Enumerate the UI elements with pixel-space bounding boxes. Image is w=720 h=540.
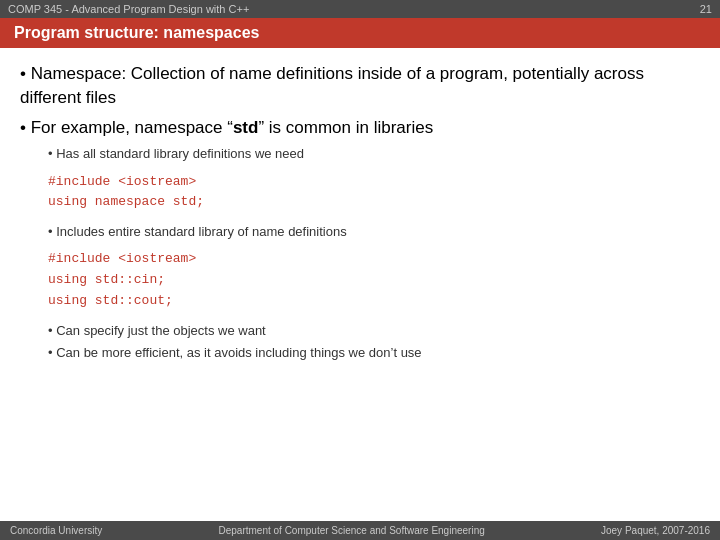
footer-right: Joey Paquet, 2007-2016 xyxy=(601,525,710,536)
slide-title: Program structure: namespaces xyxy=(0,18,720,48)
slide-content: • Namespace: Collection of name definiti… xyxy=(0,48,720,374)
bullet-example: • For example, namespace “std” is common… xyxy=(20,116,700,140)
bullet1-text: Namespace: Collection of name definition… xyxy=(20,64,644,107)
sub-bullet-3: • Can specify just the objects we want xyxy=(48,322,700,340)
std-keyword: std xyxy=(233,118,259,137)
code-block-2: #include <iostream> using std::cin; usin… xyxy=(48,249,700,311)
footer: Concordia University Department of Compu… xyxy=(0,521,720,540)
top-bar: COMP 345 - Advanced Program Design with … xyxy=(0,0,720,18)
code1-line1: #include <iostream> xyxy=(48,172,700,193)
bullet2-after: ” is common in libraries xyxy=(258,118,433,137)
code2-line2: using std::cin; xyxy=(48,270,700,291)
sub-bullet-2: • Includes entire standard library of na… xyxy=(48,223,700,241)
course-label: COMP 345 - Advanced Program Design with … xyxy=(8,3,249,15)
code2-line1: #include <iostream> xyxy=(48,249,700,270)
sub-bullet-4: • Can be more efficient, as it avoids in… xyxy=(48,344,700,362)
code2-line3: using std::cout; xyxy=(48,291,700,312)
code1-line2: using namespace std; xyxy=(48,192,700,213)
slide-number: 21 xyxy=(700,3,712,15)
code-block-1: #include <iostream> using namespace std; xyxy=(48,172,700,214)
sub-bullet-1: • Has all standard library definitions w… xyxy=(48,145,700,163)
footer-center: Department of Computer Science and Softw… xyxy=(219,525,485,536)
footer-left: Concordia University xyxy=(10,525,102,536)
bullet-namespace: • Namespace: Collection of name definiti… xyxy=(20,62,700,110)
bullet2-before: For example, namespace “ xyxy=(31,118,233,137)
